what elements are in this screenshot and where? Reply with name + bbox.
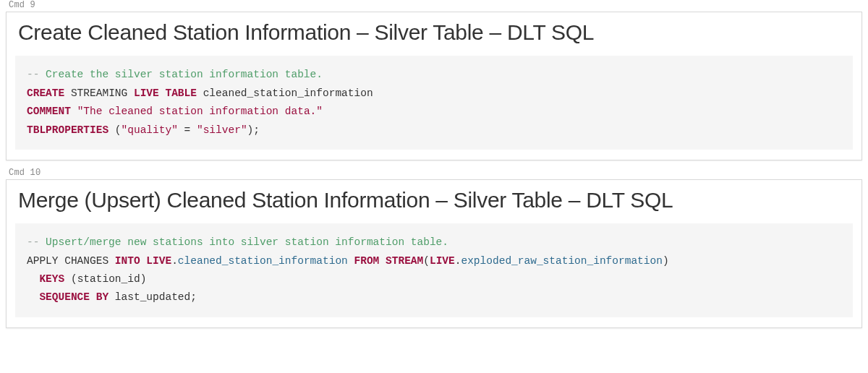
code-token-kw: SEQUENCE BY <box>39 291 109 303</box>
notebook-cell[interactable]: Create Cleaned Station Information – Sil… <box>6 12 862 160</box>
code-token-id: station_id <box>77 273 140 285</box>
code-token-punct: . <box>171 255 178 267</box>
code-token-id <box>64 273 71 285</box>
code-token-punct: ( <box>115 124 122 136</box>
code-token-str: "silver" <box>197 124 247 136</box>
cell-label: Cmd 9 <box>6 0 862 12</box>
code-token-obj: cleaned_station_information <box>178 255 348 267</box>
code-token-punct: ( <box>71 273 77 285</box>
notebook-cell[interactable]: Merge (Upsert) Cleaned Station Informati… <box>6 179 862 328</box>
code-token-commentmarker: -- <box>27 236 39 248</box>
code-token-kw: LIVE <box>146 255 171 267</box>
code-token-kw: CREATE <box>27 87 64 99</box>
code-token-kw: LIVE <box>430 255 455 267</box>
code-token-punct: ) <box>663 255 669 267</box>
code-token-kw: INTO <box>115 255 140 267</box>
cell-label: Cmd 10 <box>6 168 862 179</box>
code-token-str: "quality" <box>122 124 178 136</box>
code-token-id <box>348 255 354 267</box>
code-token-id <box>379 255 386 267</box>
cell-heading: Create Cleaned Station Information – Sil… <box>7 12 861 56</box>
code-token-kw: KEYS <box>39 273 64 285</box>
code-token-punct: ) <box>140 273 147 285</box>
code-token-id: = <box>178 124 197 136</box>
code-block[interactable]: -- Upsert/merge new stations into silver… <box>15 223 853 317</box>
code-token-obj: exploded_raw_station_information <box>461 255 662 267</box>
code-token-id <box>109 124 115 136</box>
code-token-punct: ( <box>423 255 430 267</box>
code-token-kw: TBLPROPERTIES <box>27 124 109 136</box>
cell-heading: Merge (Upsert) Cleaned Station Informati… <box>7 180 861 223</box>
code-token-id: cleaned_station_information <box>197 87 373 99</box>
code-token-kw: STREAM <box>386 255 423 267</box>
code-token-kw: LIVE TABLE <box>134 87 197 99</box>
code-token-kw: COMMENT <box>27 106 71 117</box>
code-token-id <box>71 106 77 117</box>
code-token-str: "The cleaned station information data." <box>77 106 323 117</box>
code-token-id: last_updated <box>109 291 190 303</box>
code-block[interactable]: -- Create the silver station information… <box>15 56 853 150</box>
code-token-punct: ; <box>190 291 197 303</box>
code-token-comment: Create the silver station information ta… <box>39 69 323 80</box>
code-token-id <box>27 291 39 303</box>
code-token-comment: Upsert/merge new stations into silver st… <box>39 236 448 248</box>
code-token-kw: FROM <box>354 255 380 267</box>
code-token-id <box>27 273 39 285</box>
code-token-id: STREAMING <box>64 87 134 99</box>
code-token-punct: ); <box>247 124 260 136</box>
code-token-id: APPLY CHANGES <box>27 255 115 267</box>
code-token-commentmarker: -- <box>27 69 39 80</box>
notebook-container: Cmd 9Create Cleaned Station Information … <box>6 0 862 328</box>
